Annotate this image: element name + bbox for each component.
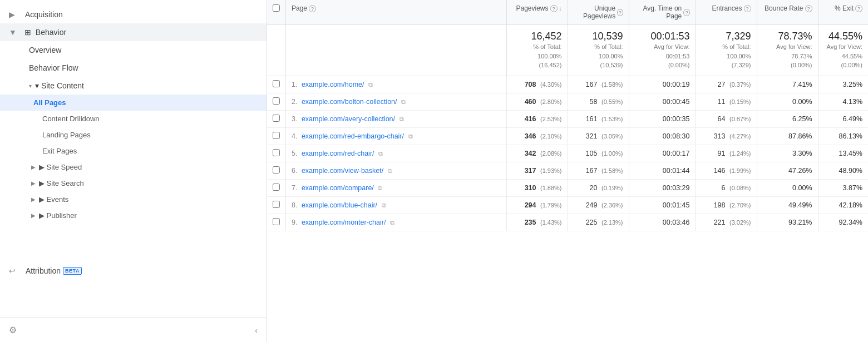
page-help-icon[interactable]: ? — [309, 5, 316, 12]
row-checkbox-cell — [267, 145, 286, 162]
copy-icon[interactable]: ⧉ — [408, 133, 413, 140]
row-pageviews-cell: 460 (2.80%) — [506, 93, 568, 110]
sidebar-item-behavior[interactable]: ▼ ⊞ Behavior — [0, 23, 267, 41]
table-row: 9. example.com/monter-chair/ ⧉ 235 (1.43… — [267, 214, 868, 231]
row-unique-pv-val: 249 — [586, 201, 598, 209]
row-unique-pv-val: 58 — [590, 98, 598, 106]
row-pageviews-pct: (2.53%) — [540, 116, 562, 122]
bounce-rate-help-icon[interactable]: ? — [805, 5, 812, 12]
row-entrances-cell: 313 (4.27%) — [696, 127, 757, 145]
sidebar-item-attribution[interactable]: ↩ Attribution BETA — [0, 262, 267, 280]
row-checkbox[interactable] — [273, 218, 280, 225]
row-pct-exit-val: 86.13% — [839, 132, 862, 140]
sidebar-site-speed[interactable]: ▶ ▶ Site Speed — [0, 159, 267, 175]
row-pageviews-cell: 294 (1.79%) — [506, 196, 568, 214]
page-link[interactable]: example.com/compare/ — [302, 184, 374, 192]
row-checkbox[interactable] — [273, 80, 280, 87]
row-checkbox-cell — [267, 110, 286, 127]
copy-icon[interactable]: ⧉ — [401, 98, 406, 105]
page-link[interactable]: example.com/avery-collection/ — [302, 115, 395, 123]
row-pageviews-val: 235 — [525, 219, 536, 226]
row-entrances-val: 6 — [722, 184, 726, 192]
entrances-help-icon[interactable]: ? — [744, 5, 751, 12]
row-entrances-cell: 6 (0.08%) — [696, 179, 757, 196]
row-checkbox[interactable] — [273, 132, 280, 139]
row-unique-pv-val: 105 — [586, 150, 598, 157]
unique-pv-help-icon[interactable]: ? — [617, 9, 623, 16]
copy-icon[interactable]: ⧉ — [388, 167, 392, 174]
sidebar-publisher[interactable]: ▶ ▶ Publisher — [0, 207, 267, 224]
pageviews-help-icon[interactable]: ? — [550, 5, 558, 12]
pageviews-sort-icon[interactable]: ↓ — [559, 6, 562, 12]
row-entrances-cell: 11 (0.15%) — [696, 93, 757, 110]
row-rank: 8. — [292, 201, 297, 209]
row-bounce-rate-cell: 0.00% — [757, 179, 818, 196]
sidebar-events[interactable]: ▶ ▶ Events — [0, 191, 267, 207]
row-avg-time-cell: 00:01:45 — [629, 196, 696, 214]
row-checkbox[interactable] — [273, 201, 280, 208]
row-entrances-cell: 27 (0.37%) — [696, 76, 757, 93]
page-link[interactable]: example.com/red-chair/ — [302, 150, 374, 157]
copy-icon[interactable]: ⧉ — [368, 81, 373, 88]
summary-pct-exit-val: 44.55% — [824, 31, 863, 42]
row-pageviews-val: 416 — [525, 115, 536, 123]
copy-icon[interactable]: ⧉ — [400, 116, 404, 122]
sidebar-all-pages[interactable]: All Pages — [0, 95, 267, 111]
copy-icon[interactable]: ⧉ — [378, 150, 383, 157]
row-entrances-cell: 198 (2.70%) — [696, 196, 757, 214]
row-checkbox[interactable] — [273, 149, 280, 156]
row-avg-time-val: 00:03:46 — [663, 219, 690, 226]
row-checkbox[interactable] — [273, 184, 280, 191]
row-bounce-rate-val: 47.26% — [788, 167, 812, 175]
row-unique-pv-pct: (0.55%) — [601, 98, 623, 105]
copy-icon[interactable]: ⧉ — [382, 202, 386, 209]
copy-icon[interactable]: ⧉ — [378, 185, 382, 191]
row-page-cell: 1. example.com/home/ ⧉ — [286, 76, 507, 93]
page-link[interactable]: example.com/home/ — [302, 81, 364, 88]
collapse-sidebar-icon[interactable]: ‹ — [255, 326, 258, 335]
settings-icon[interactable]: ⚙ — [9, 325, 17, 335]
copy-icon[interactable]: ⧉ — [390, 219, 394, 226]
row-pageviews-pct: (2.10%) — [540, 133, 562, 140]
sidebar-attribution-label: Attribution — [26, 266, 61, 275]
row-entrances-cell: 146 (1.99%) — [696, 162, 757, 179]
row-pct-exit-val: 42.18% — [839, 201, 862, 209]
row-checkbox[interactable] — [273, 97, 280, 105]
summary-pageviews-val: 16,452 — [512, 31, 562, 42]
row-page-cell: 6. example.com/view-basket/ ⧉ — [286, 162, 507, 179]
sidebar-behavior-flow[interactable]: Behavior Flow — [0, 59, 267, 77]
row-pct-exit-cell: 13.45% — [818, 145, 868, 162]
row-checkbox[interactable] — [273, 166, 280, 174]
row-avg-time-cell: 00:03:29 — [629, 179, 696, 196]
summary-pageviews-sub: % of Total: 100.00% (16,452) — [533, 43, 561, 68]
row-pageviews-val: 342 — [525, 150, 536, 157]
page-link[interactable]: example.com/bolton-collection/ — [302, 98, 397, 106]
row-checkbox-cell — [267, 179, 286, 196]
row-page-cell: 5. example.com/red-chair/ ⧉ — [286, 145, 507, 162]
sidebar-item-acquisition[interactable]: ▶ Acquisition — [0, 6, 267, 23]
row-unique-pv-cell: 167 (1.58%) — [568, 76, 629, 93]
row-page-cell: 9. example.com/monter-chair/ ⧉ — [286, 214, 507, 231]
row-checkbox-cell — [267, 127, 286, 145]
avg-time-help-icon[interactable]: ? — [683, 9, 689, 16]
row-unique-pv-pct: (1.00%) — [601, 150, 623, 157]
sidebar-exit-pages[interactable]: Exit Pages — [0, 143, 267, 159]
select-all-checkbox[interactable] — [273, 4, 280, 12]
sidebar-overview[interactable]: Overview — [0, 41, 267, 59]
table-row: 4. example.com/red-embargo-chair/ ⧉ 346 … — [267, 127, 868, 145]
row-bounce-rate-val: 93.21% — [788, 219, 812, 226]
pct-exit-help-icon[interactable]: ? — [855, 5, 862, 12]
row-avg-time-cell: 00:00:45 — [629, 93, 696, 110]
sidebar-landing-pages[interactable]: Landing Pages — [0, 127, 267, 143]
sidebar-site-search[interactable]: ▶ ▶ Site Search — [0, 175, 267, 191]
row-pct-exit-cell: 48.90% — [818, 162, 868, 179]
row-rank: 3. — [292, 115, 297, 123]
page-link[interactable]: example.com/monter-chair/ — [302, 219, 386, 226]
page-link[interactable]: example.com/red-embargo-chair/ — [302, 132, 404, 140]
page-link[interactable]: example.com/blue-chair/ — [302, 201, 377, 209]
page-link[interactable]: example.com/view-basket/ — [302, 167, 383, 175]
sidebar-site-content[interactable]: ▾ ▾ Site Content — [0, 77, 267, 95]
row-checkbox[interactable] — [273, 115, 280, 122]
row-avg-time-cell: 00:08:30 — [629, 127, 696, 145]
sidebar-content-drilldown[interactable]: Content Drilldown — [0, 111, 267, 127]
